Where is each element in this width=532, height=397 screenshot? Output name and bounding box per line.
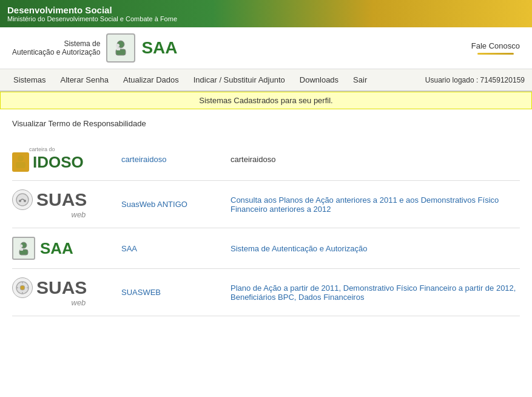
table-row: SUAS web SuasWeb ANTIGO Consulta aos Pla…: [12, 181, 520, 228]
suasweb-logo-inner: SUAS web: [12, 277, 87, 307]
svg-point-6: [16, 194, 29, 206]
system-list: carteira do IDOSO carteiraidoso carteira…: [12, 138, 520, 316]
saa-text-block: Sistema de Autenticação e Autorização: [12, 39, 100, 56]
nav-sair[interactable]: Sair: [347, 73, 373, 87]
system-name-idoso[interactable]: carteiraidoso: [121, 155, 218, 164]
svg-point-2: [116, 44, 120, 47]
system-name-saa[interactable]: SAA: [121, 244, 218, 253]
nav-downloads[interactable]: Downloads: [294, 73, 345, 87]
nav-alterar-senha[interactable]: Alterar Senha: [54, 73, 115, 87]
system-name-suasweb[interactable]: SUASWEB: [121, 288, 218, 297]
svg-point-14: [20, 285, 25, 290]
suas-antigo-logo-inner: SUAS web: [12, 189, 87, 219]
fale-conosco-underline: [477, 53, 514, 55]
saa-header: Sistema de Autenticação e Autorização SA…: [0, 27, 532, 69]
suas2-row: SUAS: [12, 277, 87, 298]
suas-icon: [12, 189, 33, 210]
section-title: Visualizar Termo de Responsabilidade: [12, 119, 520, 128]
nav-items: Sistemas Alterar Senha Atualizar Dados I…: [0, 69, 418, 90]
banner-title: Desenvolvimento Social: [7, 5, 177, 15]
system-desc-suas-antigo: Consulta aos Planos de Ação anteriores a…: [231, 195, 520, 214]
banner-text: Desenvolvimento Social Ministério do Des…: [7, 5, 177, 22]
idoso-text: IDOSO: [33, 154, 84, 170]
svg-rect-5: [16, 162, 25, 168]
fale-conosco[interactable]: Fale Conosco: [471, 41, 520, 55]
svg-point-7: [19, 200, 21, 202]
table-row: SAA SAA Sistema de Autenticação e Autori…: [12, 228, 520, 269]
idoso-logo-inner: carteira do IDOSO: [12, 146, 84, 172]
content-area: Visualizar Termo de Responsabilidade car…: [0, 109, 532, 326]
nav-indicar-adjunto[interactable]: Indicar / Substituir Adjunto: [187, 73, 291, 87]
system-desc-suasweb: Plano de Ação a partir de 2011, Demonstr…: [231, 283, 520, 302]
suas2-text: SUAS: [36, 279, 87, 297]
top-banner: Desenvolvimento Social Ministério do Des…: [0, 0, 532, 27]
nav-user: Usuario logado : 71459120159: [418, 72, 532, 88]
suasweb-logo: SUAS web: [12, 277, 109, 307]
svg-rect-3: [116, 47, 120, 50]
saa-header-icon: [106, 33, 135, 63]
suas-text: SUAS: [36, 191, 87, 209]
svg-point-8: [24, 200, 26, 202]
idoso-logo: carteira do IDOSO: [12, 146, 109, 172]
suas-web-label: web: [72, 210, 86, 219]
saa-logo-area: Sistema de Autenticação e Autorização SA…: [12, 33, 178, 63]
system-desc-idoso: carteiraidoso: [231, 155, 520, 164]
suas-antigo-logo: SUAS web: [12, 189, 109, 219]
info-bar: Sistemas Cadastrados para seu perfil.: [0, 92, 532, 109]
table-row: SUAS web SUASWEB Plano de Ação a partir …: [12, 269, 520, 316]
info-message: Sistemas Cadastrados para seu perfil.: [199, 96, 332, 105]
svg-point-4: [18, 155, 24, 161]
nav-sistemas[interactable]: Sistemas: [7, 73, 52, 87]
suas2-icon: [12, 277, 33, 298]
system-desc-saa: Sistema de Autenticação e Autorização: [231, 244, 520, 253]
saa-big-label: SAA: [141, 38, 177, 58]
idoso-main: IDOSO: [12, 152, 84, 172]
saa-logo-inner: SAA: [12, 237, 73, 260]
system-name-suas-antigo[interactable]: SuasWeb ANTIGO: [121, 200, 218, 209]
banner-subtitle: Ministério do Desenvolvimento Social e C…: [7, 15, 177, 22]
fale-conosco-label: Fale Conosco: [471, 41, 520, 50]
suas2-web-label: web: [72, 298, 86, 307]
idoso-icon: [12, 152, 29, 172]
saa-logo: SAA: [12, 237, 109, 260]
saa-mini-icon: [12, 237, 35, 260]
carteira-label: carteira do: [29, 146, 55, 152]
saa-logo-text: SAA: [40, 239, 73, 258]
table-row: carteira do IDOSO carteiraidoso carteira…: [12, 138, 520, 181]
svg-rect-12: [20, 248, 23, 251]
autenticacao-label: Autenticação e Autorização: [12, 48, 100, 56]
nav-bar: Sistemas Alterar Senha Atualizar Dados I…: [0, 69, 532, 92]
svg-point-11: [20, 245, 23, 248]
sistema-label: Sistema de: [12, 39, 100, 48]
nav-atualizar-dados[interactable]: Atualizar Dados: [117, 73, 185, 87]
suas-main: SUAS: [12, 189, 87, 210]
